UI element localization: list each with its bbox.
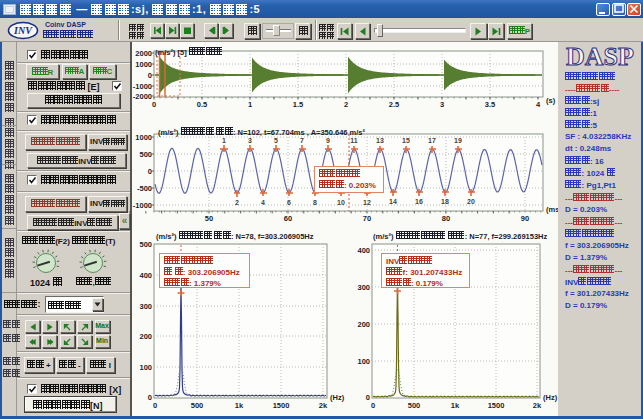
svg-text:9: 9 <box>326 137 330 144</box>
svg-text:1000: 1000 <box>135 60 152 69</box>
svg-text:4: 4 <box>261 199 265 206</box>
svg-text:16: 16 <box>415 198 423 205</box>
svg-text:1k: 1k <box>451 401 460 410</box>
svg-text:17: 17 <box>428 137 436 144</box>
svg-text:-500: -500 <box>137 184 152 193</box>
svg-text:0.5: 0.5 <box>197 100 207 109</box>
svg-text:100: 100 <box>357 357 370 366</box>
svg-text:2: 2 <box>344 100 348 109</box>
svg-text:0: 0 <box>148 71 152 80</box>
svg-text:0: 0 <box>148 393 152 402</box>
svg-text:15: 15 <box>402 137 410 144</box>
svg-text:2: 2 <box>235 199 239 206</box>
svg-text:-1000: -1000 <box>133 82 152 91</box>
svg-text:1: 1 <box>222 137 226 144</box>
svg-text:500: 500 <box>408 401 421 410</box>
svg-text:3: 3 <box>440 100 444 109</box>
svg-text:13: 13 <box>376 137 384 144</box>
svg-text:3.5: 3.5 <box>485 100 495 109</box>
svg-text:500: 500 <box>139 240 152 249</box>
svg-text:-2000: -2000 <box>133 92 152 101</box>
svg-text:20: 20 <box>467 198 475 205</box>
svg-text:0: 0 <box>366 393 370 402</box>
svg-text:1000: 1000 <box>135 133 152 142</box>
svg-text:(Hz): (Hz) <box>330 393 345 402</box>
svg-text:500: 500 <box>139 150 152 159</box>
svg-text:1k: 1k <box>235 401 244 410</box>
svg-text:60: 60 <box>284 214 292 223</box>
svg-text:8: 8 <box>313 199 317 206</box>
svg-text:14: 14 <box>389 198 397 205</box>
svg-text:1500: 1500 <box>488 401 505 410</box>
svg-text:3: 3 <box>248 137 252 144</box>
svg-text:2k: 2k <box>319 401 328 410</box>
svg-text:70: 70 <box>363 214 371 223</box>
svg-text:0: 0 <box>148 167 152 176</box>
svg-text:1: 1 <box>248 100 252 109</box>
svg-text:11: 11 <box>350 137 358 144</box>
svg-text:2000: 2000 <box>135 49 152 58</box>
svg-text:100: 100 <box>139 363 152 372</box>
svg-text:500: 500 <box>191 401 204 410</box>
svg-text:1500: 1500 <box>273 401 290 410</box>
svg-text:5: 5 <box>274 137 278 144</box>
svg-text:10: 10 <box>337 199 345 206</box>
svg-text:400: 400 <box>139 271 152 280</box>
svg-text:12: 12 <box>363 199 371 206</box>
svg-text:-1000: -1000 <box>133 201 152 210</box>
svg-text:7: 7 <box>300 137 304 144</box>
svg-text:2.5: 2.5 <box>389 100 399 109</box>
svg-text:18: 18 <box>441 198 449 205</box>
svg-text:80: 80 <box>442 214 450 223</box>
svg-text:50: 50 <box>205 214 213 223</box>
svg-text:2k: 2k <box>533 401 542 410</box>
svg-text:200: 200 <box>139 332 152 341</box>
svg-text:(s): (s) <box>546 96 556 105</box>
svg-text:0: 0 <box>152 100 156 109</box>
svg-text:(Hz): (Hz) <box>543 393 558 402</box>
svg-text:90: 90 <box>521 214 529 223</box>
svg-text:1.5: 1.5 <box>293 100 303 109</box>
svg-text:6: 6 <box>287 199 291 206</box>
svg-text:200: 200 <box>357 320 370 329</box>
svg-text:19: 19 <box>454 137 462 144</box>
svg-text:0: 0 <box>153 401 157 410</box>
svg-text:300: 300 <box>139 302 152 311</box>
svg-text:4: 4 <box>536 100 541 109</box>
svg-text:300: 300 <box>357 283 370 292</box>
svg-text:0: 0 <box>371 401 375 410</box>
svg-text:DASP: DASP <box>566 42 634 70</box>
svg-text:400: 400 <box>357 246 370 255</box>
